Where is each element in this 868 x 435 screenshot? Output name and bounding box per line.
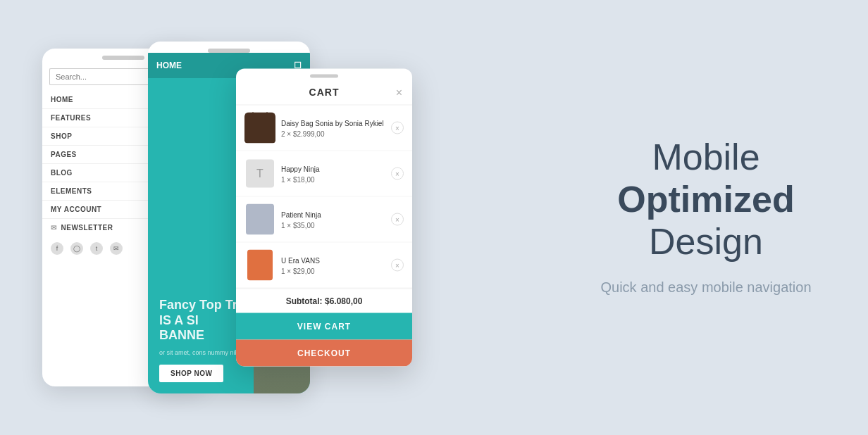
cart-title: CART [309,87,340,98]
cart-item: Patient Ninja 1 × $35,00 × [236,197,412,243]
cart-subtotal: Subtotal: $6.080,00 [236,289,412,313]
item-remove-button[interactable]: × [391,213,404,226]
item-info: Happy Ninja 1 × $18,00 [281,164,385,183]
item-info: U Era VANS 1 × $29,00 [281,256,385,275]
pants-image [247,250,273,281]
cart-item: Happy Ninja 1 × $18,00 × [236,151,412,197]
item-image [244,113,275,144]
cart-actions: VIEW CART CHECKOUT [236,313,412,367]
cart-items-list: Daisy Bag Sonia by Sonia Rykiel 2 × $2.9… [236,106,412,289]
item-info: Patient Ninja 1 × $35,00 [281,210,385,229]
twitter-icon[interactable]: t [90,242,103,255]
item-image [244,204,275,235]
item-price: 1 × $18,00 [281,175,385,183]
right-text-area: Mobile Optimized Design Quick and easy m… [586,137,826,298]
cart-close-button[interactable]: × [396,87,402,99]
shop-now-button[interactable]: SHOP NOW [159,365,223,382]
hoodie-image [246,204,274,235]
view-cart-button[interactable]: VIEW CART [236,313,412,340]
item-image [244,158,275,189]
email-icon[interactable]: ✉ [110,242,123,255]
item-name: Happy Ninja [281,164,385,173]
item-remove-button[interactable]: × [391,259,404,272]
bag-image [244,113,275,144]
item-info: Daisy Bag Sonia by Sonia Rykiel 2 × $2.9… [281,118,385,137]
facebook-icon[interactable]: f [51,242,63,255]
item-price: 1 × $29,00 [281,267,385,275]
cart-modal: CART × Daisy Bag Sonia by Sonia Rykiel 2… [236,69,412,367]
item-price: 2 × $2.999,00 [281,130,385,137]
cart-header: CART × [236,81,412,106]
item-name: Daisy Bag Sonia by Sonia Rykiel [281,118,385,127]
item-price: 1 × $35,00 [281,221,385,229]
phone-notch [102,56,144,60]
envelope-icon: ✉ [51,224,57,232]
cart-handle [310,75,338,78]
cart-item: Daisy Bag Sonia by Sonia Rykiel 2 × $2.9… [236,106,412,151]
item-image [244,250,275,281]
headline: Mobile Optimized Design [586,137,826,263]
item-name: U Era VANS [281,256,385,265]
instagram-icon[interactable]: ◯ [70,242,83,255]
cart-item: U Era VANS 1 × $29,00 × [236,243,412,289]
checkout-button[interactable]: CHECKOUT [236,340,412,367]
item-name: Patient Ninja [281,210,385,219]
subheadline: Quick and easy mobile navigation [586,277,826,298]
item-remove-button[interactable]: × [391,122,404,134]
shirt-image [246,160,274,188]
item-remove-button[interactable]: × [391,168,404,180]
